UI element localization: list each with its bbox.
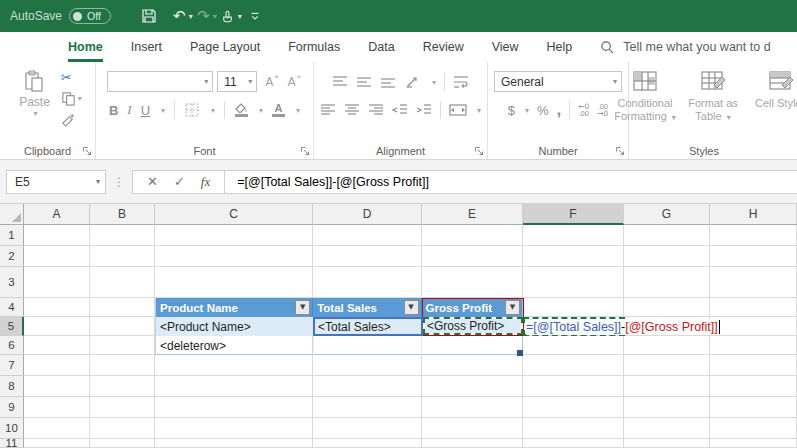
column-header-E[interactable]: E	[422, 204, 523, 225]
cell-D1[interactable]	[313, 225, 422, 246]
column-header-F[interactable]: F	[523, 204, 624, 225]
comma-style-button[interactable]: ,	[556, 100, 561, 120]
cell-D8[interactable]	[313, 376, 422, 397]
tab-insert[interactable]: Insert	[131, 32, 162, 62]
table-resize-handle[interactable]	[517, 350, 523, 356]
cell-C11[interactable]	[155, 439, 313, 448]
cell-G6[interactable]	[624, 336, 710, 355]
format-painter-button[interactable]	[61, 111, 82, 127]
cell-A1[interactable]	[24, 225, 90, 246]
confirm-entry-button[interactable]: ✓	[174, 174, 185, 189]
cell-H1[interactable]	[710, 225, 797, 246]
font-name-dropdown-icon[interactable]: ▾	[204, 77, 208, 86]
column-header-D[interactable]: D	[313, 204, 422, 225]
cell-C5-value[interactable]: <Product Name>	[156, 317, 313, 336]
cell-B1[interactable]	[90, 225, 155, 246]
tab-page-layout[interactable]: Page Layout	[190, 32, 260, 62]
cell-H4[interactable]	[710, 298, 797, 317]
copy-dropdown-icon[interactable]: ▾	[78, 94, 82, 103]
merge-center-dropdown-icon[interactable]: ▾	[477, 106, 481, 115]
cut-button[interactable]: ✂	[61, 69, 82, 85]
cell-B11[interactable]	[90, 439, 155, 448]
cell-F2[interactable]	[523, 246, 624, 267]
filter-button-total-sales[interactable]: ▼	[404, 300, 419, 315]
paste-button[interactable]: Paste ▾	[13, 67, 56, 127]
row-header-10[interactable]: 10	[0, 418, 24, 439]
cell-B6[interactable]	[90, 336, 155, 355]
cell-E11[interactable]	[422, 439, 523, 448]
filter-button-gross-profit[interactable]: ▼	[505, 300, 520, 315]
tab-data[interactable]: Data	[368, 32, 394, 62]
fill-color-button[interactable]	[234, 103, 248, 117]
row-header-4[interactable]: 4	[0, 298, 24, 317]
bold-button[interactable]: B	[109, 103, 118, 118]
cell-A3[interactable]	[24, 267, 90, 298]
cell-D3[interactable]	[313, 267, 422, 298]
table-header-product-name[interactable]: Product Name ▼	[156, 298, 313, 317]
clipboard-dialog-launcher-icon[interactable]	[82, 146, 92, 156]
cancel-entry-button[interactable]: ✕	[147, 174, 158, 189]
center-button[interactable]	[344, 104, 360, 116]
cell-B2[interactable]	[90, 246, 155, 267]
column-header-C[interactable]: C	[155, 204, 313, 225]
cell-F10[interactable]	[523, 418, 624, 439]
row-header-2[interactable]: 2	[0, 246, 24, 267]
cell-B3[interactable]	[90, 267, 155, 298]
decrease-font-size-button[interactable]: Aˇ	[288, 75, 302, 89]
cell-A2[interactable]	[24, 246, 90, 267]
cell-C1[interactable]	[155, 225, 313, 246]
accounting-dropdown-icon[interactable]: ▾	[525, 106, 529, 115]
conditional-formatting-dropdown-icon[interactable]: ▾	[672, 113, 676, 122]
cell-B10[interactable]	[90, 418, 155, 439]
increase-decimal-button[interactable]: ←0 .00	[578, 103, 589, 117]
orientation-button[interactable]	[404, 75, 422, 89]
cell-A9[interactable]	[24, 397, 90, 418]
bottom-align-button[interactable]	[380, 76, 396, 88]
cell-G3[interactable]	[624, 267, 710, 298]
font-color-button[interactable]: A	[272, 103, 285, 117]
cell-D7[interactable]	[313, 355, 422, 376]
autosave-toggle[interactable]: AutoSave Off	[10, 8, 111, 24]
middle-align-button[interactable]	[356, 76, 372, 88]
row-header-1[interactable]: 1	[0, 225, 24, 246]
wrap-text-button[interactable]	[453, 75, 469, 89]
font-size-dropdown-icon[interactable]: ▾	[248, 77, 252, 86]
font-name-combo[interactable]: ▾	[107, 71, 213, 92]
tell-me-search[interactable]: Tell me what you want to d	[600, 32, 770, 62]
select-all-corner[interactable]	[0, 204, 24, 225]
cell-C3[interactable]	[155, 267, 313, 298]
font-color-dropdown-icon[interactable]: ▾	[296, 106, 300, 115]
number-dialog-launcher-icon[interactable]	[615, 146, 625, 156]
tab-review[interactable]: Review	[423, 32, 464, 62]
row-header-11[interactable]: 11	[0, 439, 24, 448]
filter-button-product-name[interactable]: ▼	[295, 300, 310, 315]
italic-button[interactable]: I	[127, 102, 131, 118]
cell-F3[interactable]	[523, 267, 624, 298]
cell-H6[interactable]	[710, 336, 797, 355]
cell-F6[interactable]	[523, 336, 624, 355]
redo-button[interactable]: ↷ ▾	[195, 3, 219, 29]
orientation-dropdown-icon[interactable]: ▾	[432, 78, 436, 87]
row-header-8[interactable]: 8	[0, 376, 24, 397]
cell-A8[interactable]	[24, 376, 90, 397]
format-as-table-dropdown-icon[interactable]: ▾	[727, 113, 731, 122]
cell-H2[interactable]	[710, 246, 797, 267]
cell-B9[interactable]	[90, 397, 155, 418]
cell-H5[interactable]	[710, 317, 797, 336]
cell-styles-button[interactable]: Cell Styles	[749, 69, 797, 124]
cell-G4[interactable]	[624, 298, 710, 317]
insert-function-button[interactable]: fx	[201, 174, 210, 190]
fill-color-dropdown-icon[interactable]: ▾	[259, 106, 263, 115]
cell-C10[interactable]	[155, 418, 313, 439]
alignment-dialog-launcher-icon[interactable]	[474, 146, 484, 156]
column-header-B[interactable]: B	[90, 204, 155, 225]
cell-F8[interactable]	[523, 376, 624, 397]
merge-center-button[interactable]	[449, 104, 467, 116]
edit-cell-F5-formula[interactable]: =[@[Total Sales]] - [@[Gross Profit]]	[526, 319, 721, 335]
paste-dropdown-icon[interactable]: ▾	[33, 109, 37, 118]
conditional-formatting-button[interactable]: Conditional Formatting ▾	[613, 69, 677, 124]
cell-H11[interactable]	[710, 439, 797, 448]
cell-H7[interactable]	[710, 355, 797, 376]
name-box[interactable]: E5 ▾	[6, 170, 106, 194]
tab-home[interactable]: Home	[68, 32, 103, 62]
